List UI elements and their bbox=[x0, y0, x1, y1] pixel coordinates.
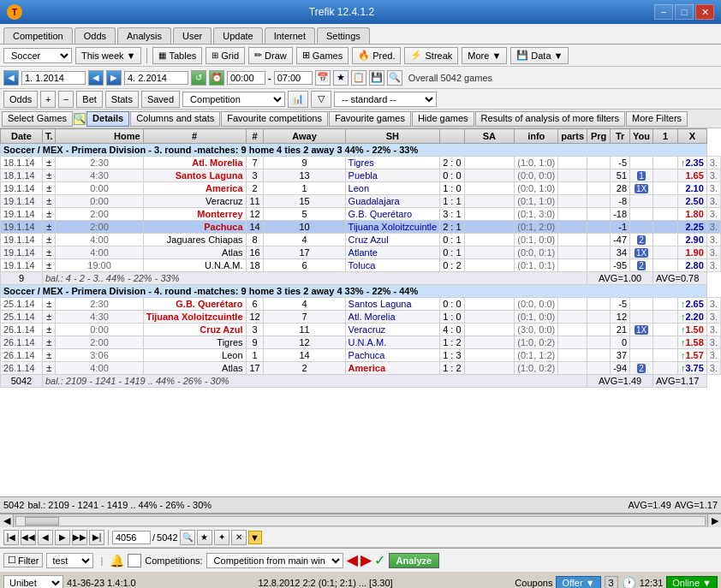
table-row[interactable]: 19.1.14±4:00Atlas1617Atlante0 : 1(0:0, 0… bbox=[1, 246, 721, 259]
table-row[interactable]: 26.1.14±2:00Tigres912U.N.A.M.1 : 2(1:0, … bbox=[1, 336, 721, 349]
tables-btn[interactable]: ▦ Tables bbox=[152, 47, 202, 64]
tool-nav-btn[interactable]: ✦ bbox=[214, 530, 229, 545]
table-row[interactable]: 19.1.14±2:00Monterrey125G.B. Querétaro3 … bbox=[1, 208, 721, 221]
refresh-btn[interactable]: ↺ bbox=[191, 70, 206, 86]
table-row[interactable]: 26.1.14±0:00Cruz Azul311Veracruz4 : 0(3:… bbox=[1, 324, 721, 336]
odds-btn[interactable]: Odds bbox=[3, 91, 38, 108]
next-next-btn[interactable]: ▶▶ bbox=[72, 530, 87, 545]
prev-page-btn[interactable]: ◀◀ bbox=[21, 530, 36, 545]
more-filters-btn[interactable]: More Filters bbox=[626, 111, 688, 127]
bookie-select[interactable]: Unibet bbox=[3, 575, 63, 588]
restore-button[interactable]: □ bbox=[675, 4, 694, 20]
table-row[interactable]: 19.1.14±19:00U.N.A.M.186Toluca0 : 2(0:1,… bbox=[1, 259, 721, 272]
row-away[interactable]: Toluca bbox=[345, 259, 440, 272]
fav-competitions-btn[interactable]: Favourite competitions bbox=[221, 111, 328, 127]
data-btn[interactable]: 💾 Data ▼ bbox=[510, 47, 569, 64]
star-btn[interactable]: ★ bbox=[333, 70, 349, 86]
time-to-input[interactable] bbox=[274, 71, 313, 85]
table-row[interactable]: 26.1.14±3:06Leon114Pachuca1 : 3(0:1, 1:2… bbox=[1, 349, 721, 362]
row-home[interactable]: U.N.A.M. bbox=[143, 259, 246, 272]
table-row[interactable]: 26.1.14±4:00Atlas172America1 : 2(1:0, 0:… bbox=[1, 362, 721, 375]
first-page-btn[interactable]: |◀ bbox=[3, 530, 19, 545]
chart-btn[interactable]: 📊 bbox=[288, 91, 308, 108]
minimize-button[interactable]: − bbox=[654, 4, 673, 20]
calendar-btn[interactable]: 📅 bbox=[315, 70, 331, 86]
tab-competition[interactable]: Competition bbox=[3, 27, 73, 44]
row-away[interactable]: U.N.A.M. bbox=[345, 336, 440, 349]
row-away[interactable]: Santos Laguna bbox=[345, 298, 440, 311]
tab-analysis[interactable]: Analysis bbox=[117, 27, 171, 44]
date-prev-btn[interactable]: ◀ bbox=[3, 70, 19, 86]
scroll-thumb[interactable] bbox=[25, 517, 59, 526]
row-away[interactable]: Veracruz bbox=[345, 324, 440, 336]
date-from-input[interactable] bbox=[21, 71, 86, 85]
row-home[interactable]: Pachuca bbox=[143, 221, 246, 234]
row-away[interactable]: Guadalajara bbox=[345, 195, 440, 208]
fav-games-btn[interactable]: Favourite games bbox=[329, 111, 411, 127]
table-row[interactable]: 19.1.14±0:00America21Leon1 : 0(0:0, 1:0)… bbox=[1, 182, 721, 195]
time-from-input[interactable] bbox=[227, 71, 265, 85]
table-row[interactable]: 18.1.14±4:30Santos Laguna313Puebla0 : 0(… bbox=[1, 169, 721, 182]
row-home[interactable]: America bbox=[143, 182, 246, 195]
check-mark-icon[interactable]: ✓ bbox=[374, 552, 385, 568]
filter-icon-btn[interactable]: ▽ bbox=[311, 91, 331, 108]
tab-internet[interactable]: Internet bbox=[265, 27, 315, 44]
row-home[interactable]: Santos Laguna bbox=[143, 169, 246, 182]
online-badge[interactable]: Online ▼ bbox=[666, 576, 718, 588]
row-away[interactable]: G.B. Querétaro bbox=[345, 208, 440, 221]
last-page-btn[interactable]: ▶| bbox=[89, 530, 104, 545]
row-home[interactable]: Atlas bbox=[143, 246, 246, 259]
table-row[interactable]: 25.1.14±2:30G.B. Querétaro64Santos Lagun… bbox=[1, 298, 721, 311]
row-away[interactable]: Atlante bbox=[345, 246, 440, 259]
bet-btn[interactable]: Bet bbox=[76, 91, 103, 108]
x-nav-btn[interactable]: ✕ bbox=[231, 530, 247, 545]
competition-select[interactable]: Competition bbox=[182, 92, 285, 107]
date-next-right-btn[interactable]: ▶ bbox=[106, 70, 122, 86]
table-row[interactable]: 19.1.14±2:00Pachuca1410Tijuana Xoloitzcu… bbox=[1, 221, 721, 234]
row-away[interactable]: Leon bbox=[345, 182, 440, 195]
prev-btn[interactable]: ◀ bbox=[38, 530, 53, 545]
row-away[interactable]: Atl. Morelia bbox=[345, 311, 440, 324]
filter-toggle-btn[interactable]: ☐ Filter bbox=[3, 553, 43, 567]
search-nav-btn[interactable]: 🔍 bbox=[180, 530, 195, 545]
table-row[interactable]: 19.1.14±0:00Veracruz1115Guadalajara1 : 1… bbox=[1, 195, 721, 208]
scroll-left-btn[interactable]: ◀ bbox=[0, 514, 14, 527]
scroll-track[interactable] bbox=[15, 516, 706, 526]
saved-btn[interactable]: Saved bbox=[141, 91, 180, 108]
games-btn[interactable]: ⊞ Games bbox=[296, 47, 349, 64]
test-select[interactable]: test bbox=[46, 553, 93, 568]
tab-user[interactable]: User bbox=[173, 27, 212, 44]
next-btn[interactable]: ▶ bbox=[55, 530, 70, 545]
row-home[interactable]: Cruz Azul bbox=[143, 324, 246, 336]
grid-btn[interactable]: ⊞ Grid bbox=[206, 47, 245, 64]
offer-btn[interactable]: Offer ▼ bbox=[556, 576, 600, 588]
search-filter-icon[interactable]: 🔍 bbox=[74, 113, 86, 125]
details-btn[interactable]: Details bbox=[86, 111, 129, 127]
close-button[interactable]: ✕ bbox=[695, 4, 714, 20]
page-input[interactable] bbox=[112, 531, 151, 544]
stats-btn[interactable]: Stats bbox=[105, 91, 139, 108]
arrow-left-icon[interactable]: ◀ bbox=[347, 552, 357, 568]
sport-select[interactable]: Soccer Tennis bbox=[3, 48, 72, 63]
star-nav-btn[interactable]: ★ bbox=[197, 530, 212, 545]
row-home[interactable]: Monterrey bbox=[143, 208, 246, 221]
table-row[interactable]: 25.1.14±4:30Tijuana Xoloitzcuintle127Atl… bbox=[1, 311, 721, 324]
week-selector-btn[interactable]: This week ▼ bbox=[75, 47, 141, 64]
more-btn[interactable]: More ▼ bbox=[462, 47, 507, 64]
copy-btn[interactable]: 📋 bbox=[351, 70, 366, 86]
streak-btn[interactable]: ⚡ Streak bbox=[404, 47, 458, 64]
row-home[interactable]: G.B. Querétaro bbox=[143, 298, 246, 311]
competition-main-select[interactable]: Competition from main window bbox=[206, 553, 343, 568]
row-away[interactable]: Tijuana Xoloitzcuintle bbox=[345, 221, 440, 234]
yellow-nav-btn[interactable]: ▼ bbox=[248, 531, 262, 544]
row-home[interactable]: Atl. Morelia bbox=[143, 157, 246, 169]
scroll-right-btn[interactable]: ▶ bbox=[707, 514, 721, 527]
row-home[interactable]: Atlas bbox=[143, 362, 246, 375]
tab-odds[interactable]: Odds bbox=[74, 27, 116, 44]
arrow-right-icon[interactable]: ▶ bbox=[360, 552, 371, 568]
results-analysis-btn[interactable]: Results of analysis of more filters bbox=[475, 111, 625, 127]
standard-select[interactable]: -- standard -- bbox=[334, 92, 437, 107]
row-away[interactable]: Pachuca bbox=[345, 349, 440, 362]
row-away[interactable]: Cruz Azul bbox=[345, 234, 440, 246]
draw-btn[interactable]: ✏ Draw bbox=[248, 47, 293, 64]
